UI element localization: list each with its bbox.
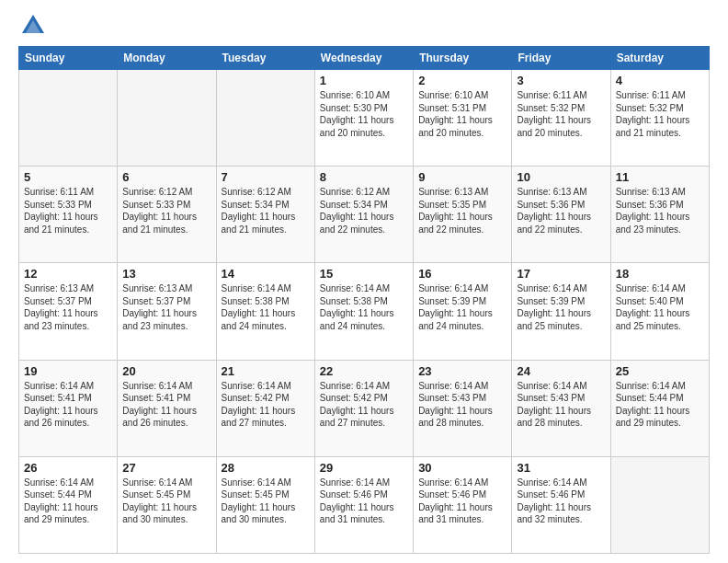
day-number: 4 xyxy=(616,74,704,87)
day-number: 7 xyxy=(222,170,310,184)
day-info: Sunrise: 6:11 AM Sunset: 5:32 PM Dayligh… xyxy=(517,89,605,139)
day-info: Sunrise: 6:12 AM Sunset: 5:34 PM Dayligh… xyxy=(320,186,408,236)
day-info: Sunrise: 6:14 AM Sunset: 5:45 PM Dayligh… xyxy=(122,477,210,526)
day-number: 25 xyxy=(616,364,704,378)
day-number: 5 xyxy=(24,170,112,184)
calendar-week-5: 26Sunrise: 6:14 AM Sunset: 5:44 PM Dayli… xyxy=(19,456,710,553)
day-number: 18 xyxy=(616,267,704,281)
calendar-cell: 17Sunrise: 6:14 AM Sunset: 5:39 PM Dayli… xyxy=(512,263,610,360)
day-info: Sunrise: 6:14 AM Sunset: 5:42 PM Dayligh… xyxy=(320,380,408,430)
day-info: Sunrise: 6:14 AM Sunset: 5:41 PM Dayligh… xyxy=(122,380,210,430)
day-number: 30 xyxy=(418,461,506,475)
weekday-header-monday: Monday xyxy=(118,47,216,70)
calendar-cell: 20Sunrise: 6:14 AM Sunset: 5:41 PM Dayli… xyxy=(118,360,216,456)
day-number: 27 xyxy=(122,461,210,475)
calendar-cell xyxy=(118,70,216,167)
weekday-header-thursday: Thursday xyxy=(414,47,512,70)
calendar-cell: 24Sunrise: 6:14 AM Sunset: 5:43 PM Dayli… xyxy=(512,360,610,456)
day-info: Sunrise: 6:14 AM Sunset: 5:38 PM Dayligh… xyxy=(222,282,310,332)
calendar-cell: 11Sunrise: 6:13 AM Sunset: 5:36 PM Dayli… xyxy=(610,167,709,263)
calendar-cell: 2Sunrise: 6:10 AM Sunset: 5:31 PM Daylig… xyxy=(414,70,512,167)
day-number: 1 xyxy=(320,74,408,87)
day-number: 14 xyxy=(222,267,310,281)
calendar-table: SundayMondayTuesdayWednesdayThursdayFrid… xyxy=(18,46,710,554)
day-number: 29 xyxy=(320,461,408,475)
calendar-week-3: 12Sunrise: 6:13 AM Sunset: 5:37 PM Dayli… xyxy=(19,263,710,360)
calendar-cell: 21Sunrise: 6:14 AM Sunset: 5:42 PM Dayli… xyxy=(216,360,314,456)
day-info: Sunrise: 6:10 AM Sunset: 5:31 PM Dayligh… xyxy=(418,89,506,139)
day-info: Sunrise: 6:13 AM Sunset: 5:37 PM Dayligh… xyxy=(24,282,112,332)
calendar-cell: 8Sunrise: 6:12 AM Sunset: 5:34 PM Daylig… xyxy=(314,167,413,263)
calendar-cell: 14Sunrise: 6:14 AM Sunset: 5:38 PM Dayli… xyxy=(216,263,314,360)
day-info: Sunrise: 6:14 AM Sunset: 5:43 PM Dayligh… xyxy=(418,380,506,430)
day-number: 22 xyxy=(320,364,408,378)
day-info: Sunrise: 6:10 AM Sunset: 5:30 PM Dayligh… xyxy=(320,89,408,139)
calendar-cell: 9Sunrise: 6:13 AM Sunset: 5:35 PM Daylig… xyxy=(414,167,512,263)
calendar-cell xyxy=(19,70,118,167)
logo xyxy=(18,15,46,37)
day-number: 28 xyxy=(222,461,310,475)
calendar-cell: 10Sunrise: 6:13 AM Sunset: 5:36 PM Dayli… xyxy=(512,167,610,263)
calendar-cell: 1Sunrise: 6:10 AM Sunset: 5:30 PM Daylig… xyxy=(314,70,413,167)
weekday-header-row: SundayMondayTuesdayWednesdayThursdayFrid… xyxy=(19,47,710,70)
day-number: 3 xyxy=(517,74,605,87)
calendar-cell: 13Sunrise: 6:13 AM Sunset: 5:37 PM Dayli… xyxy=(118,263,216,360)
day-number: 21 xyxy=(222,364,310,378)
calendar-cell: 7Sunrise: 6:12 AM Sunset: 5:34 PM Daylig… xyxy=(216,167,314,263)
day-info: Sunrise: 6:14 AM Sunset: 5:38 PM Dayligh… xyxy=(320,282,408,332)
day-number: 16 xyxy=(418,267,506,281)
day-info: Sunrise: 6:14 AM Sunset: 5:46 PM Dayligh… xyxy=(517,477,605,526)
weekday-header-friday: Friday xyxy=(512,47,610,70)
calendar-week-4: 19Sunrise: 6:14 AM Sunset: 5:41 PM Dayli… xyxy=(19,360,710,456)
day-number: 6 xyxy=(122,170,210,184)
calendar-cell: 18Sunrise: 6:14 AM Sunset: 5:40 PM Dayli… xyxy=(610,263,709,360)
calendar-cell: 6Sunrise: 6:12 AM Sunset: 5:33 PM Daylig… xyxy=(118,167,216,263)
weekday-header-sunday: Sunday xyxy=(19,47,118,70)
weekday-header-wednesday: Wednesday xyxy=(314,47,413,70)
calendar-cell: 25Sunrise: 6:14 AM Sunset: 5:44 PM Dayli… xyxy=(610,360,709,456)
day-info: Sunrise: 6:14 AM Sunset: 5:45 PM Dayligh… xyxy=(222,477,310,526)
page: SundayMondayTuesdayWednesdayThursdayFrid… xyxy=(0,0,728,563)
day-number: 13 xyxy=(122,267,210,281)
calendar-cell: 12Sunrise: 6:13 AM Sunset: 5:37 PM Dayli… xyxy=(19,263,118,360)
calendar-cell: 22Sunrise: 6:14 AM Sunset: 5:42 PM Dayli… xyxy=(314,360,413,456)
calendar-cell: 23Sunrise: 6:14 AM Sunset: 5:43 PM Dayli… xyxy=(414,360,512,456)
day-info: Sunrise: 6:14 AM Sunset: 5:43 PM Dayligh… xyxy=(517,380,605,430)
day-number: 19 xyxy=(24,364,112,378)
header xyxy=(18,15,710,37)
calendar-cell xyxy=(610,456,709,553)
day-number: 20 xyxy=(122,364,210,378)
day-info: Sunrise: 6:13 AM Sunset: 5:36 PM Dayligh… xyxy=(517,186,605,236)
day-number: 8 xyxy=(320,170,408,184)
day-info: Sunrise: 6:14 AM Sunset: 5:46 PM Dayligh… xyxy=(418,477,506,526)
weekday-header-tuesday: Tuesday xyxy=(216,47,314,70)
calendar-week-1: 1Sunrise: 6:10 AM Sunset: 5:30 PM Daylig… xyxy=(19,70,710,167)
day-info: Sunrise: 6:14 AM Sunset: 5:39 PM Dayligh… xyxy=(418,282,506,332)
calendar-cell: 28Sunrise: 6:14 AM Sunset: 5:45 PM Dayli… xyxy=(216,456,314,553)
weekday-header-saturday: Saturday xyxy=(610,47,709,70)
calendar-cell: 19Sunrise: 6:14 AM Sunset: 5:41 PM Dayli… xyxy=(19,360,118,456)
calendar-cell: 26Sunrise: 6:14 AM Sunset: 5:44 PM Dayli… xyxy=(19,456,118,553)
day-info: Sunrise: 6:12 AM Sunset: 5:33 PM Dayligh… xyxy=(122,186,210,236)
calendar-cell: 31Sunrise: 6:14 AM Sunset: 5:46 PM Dayli… xyxy=(512,456,610,553)
day-info: Sunrise: 6:13 AM Sunset: 5:36 PM Dayligh… xyxy=(616,186,704,236)
logo-icon xyxy=(20,11,46,37)
day-info: Sunrise: 6:14 AM Sunset: 5:44 PM Dayligh… xyxy=(24,477,112,526)
calendar-cell: 4Sunrise: 6:11 AM Sunset: 5:32 PM Daylig… xyxy=(610,70,709,167)
calendar-cell: 5Sunrise: 6:11 AM Sunset: 5:33 PM Daylig… xyxy=(19,167,118,263)
day-info: Sunrise: 6:11 AM Sunset: 5:33 PM Dayligh… xyxy=(24,186,112,236)
day-number: 12 xyxy=(24,267,112,281)
day-info: Sunrise: 6:11 AM Sunset: 5:32 PM Dayligh… xyxy=(616,89,704,139)
day-number: 17 xyxy=(517,267,605,281)
day-number: 24 xyxy=(517,364,605,378)
day-info: Sunrise: 6:12 AM Sunset: 5:34 PM Dayligh… xyxy=(222,186,310,236)
calendar-cell: 16Sunrise: 6:14 AM Sunset: 5:39 PM Dayli… xyxy=(414,263,512,360)
day-info: Sunrise: 6:13 AM Sunset: 5:35 PM Dayligh… xyxy=(418,186,506,236)
calendar-cell: 27Sunrise: 6:14 AM Sunset: 5:45 PM Dayli… xyxy=(118,456,216,553)
calendar-cell xyxy=(216,70,314,167)
day-number: 31 xyxy=(517,461,605,475)
day-number: 15 xyxy=(320,267,408,281)
day-number: 2 xyxy=(418,74,506,87)
calendar-week-2: 5Sunrise: 6:11 AM Sunset: 5:33 PM Daylig… xyxy=(19,167,710,263)
day-number: 10 xyxy=(517,170,605,184)
